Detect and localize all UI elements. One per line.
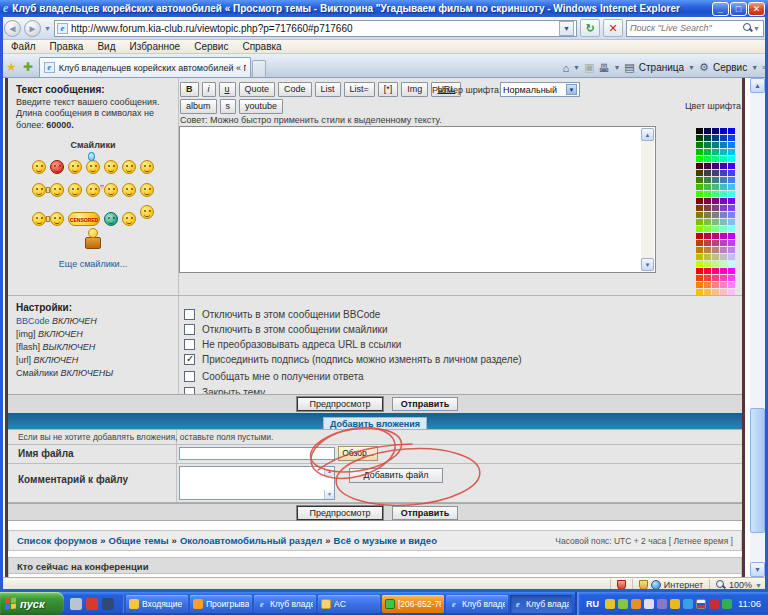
palette-color-#00FF80[interactable] (712, 156, 719, 162)
palette-color-#00FFBF[interactable] (720, 156, 727, 162)
comment-scroll-down-icon[interactable]: ▼ (324, 490, 334, 499)
search-dropdown-icon[interactable]: ▼ (753, 25, 760, 32)
submit-button[interactable]: Отправить (392, 397, 458, 411)
taskbar-button[interactable]: eКлуб влада... (510, 595, 572, 613)
palette-color-#408080[interactable] (712, 177, 719, 183)
drink-smiley-icon[interactable] (86, 183, 100, 197)
quick-launch-icon-2[interactable] (86, 598, 98, 610)
palette-color-#40BF40[interactable] (704, 184, 711, 190)
palette-color-#40FFFF[interactable] (728, 191, 735, 197)
palette-color-#80BFFF[interactable] (728, 219, 735, 225)
palette-color-#804080[interactable] (712, 205, 719, 211)
happy-smiley-icon[interactable] (50, 212, 64, 226)
palette-color-#FF8040[interactable] (704, 282, 711, 288)
palette-color-#BFFF40[interactable] (704, 261, 711, 267)
palette-color-#0080FF[interactable] (728, 142, 735, 148)
palette-color-#FF80FF[interactable] (728, 282, 735, 288)
back-button[interactable]: ◄ (4, 20, 21, 37)
stop-button[interactable]: ✕ (603, 19, 623, 37)
quick-launch-icon-1[interactable] (70, 598, 82, 610)
checkbox[interactable] (184, 371, 195, 382)
palette-color-#BFBF40[interactable] (704, 254, 711, 260)
palette-color-#800040[interactable] (704, 198, 711, 204)
palette-color-#BF40FF[interactable] (728, 240, 735, 246)
palette-color-#40BFBF[interactable] (720, 184, 727, 190)
palette-color-#FF8080[interactable] (712, 282, 719, 288)
sync-icon[interactable] (683, 599, 693, 609)
breadcrumb-link[interactable]: Общие темы (109, 535, 169, 546)
scroll-up-icon[interactable]: ▲ (641, 128, 654, 141)
page-scroll-down-icon[interactable]: ▼ (750, 562, 765, 577)
page-scroll-up-icon[interactable]: ▲ (750, 78, 765, 93)
palette-color-#BF4040[interactable] (704, 240, 711, 246)
palette-color-#80BF40[interactable] (704, 219, 711, 225)
icq-flower-icon[interactable] (618, 599, 628, 609)
palette-color-#BFBF80[interactable] (712, 254, 719, 260)
beer-smiley-icon[interactable] (32, 183, 46, 197)
palette-color-#80BF80[interactable] (712, 219, 719, 225)
palette-color-#804040[interactable] (704, 205, 711, 211)
palette-color-#404080[interactable] (712, 170, 719, 176)
taskbar-button[interactable]: eКлуб владе... (446, 595, 508, 613)
browse-button[interactable]: Обзор... (338, 446, 378, 461)
checkbox[interactable] (184, 324, 195, 335)
palette-color-#4080FF[interactable] (728, 177, 735, 183)
palette-color-#00BFBF[interactable] (720, 149, 727, 155)
sweat-smiley-icon[interactable] (104, 160, 118, 174)
palette-color-#BFBF00[interactable] (696, 254, 703, 260)
favorites-star-icon[interactable]: ★ (6, 60, 17, 74)
confused-smiley-icon[interactable] (122, 212, 136, 226)
quick-launch-icon-3[interactable] (102, 598, 114, 610)
page-menu[interactable]: Страница (639, 62, 684, 73)
search-box[interactable]: ▼ (626, 20, 764, 37)
palette-color-#FFBFFF[interactable] (728, 289, 735, 295)
checkbox[interactable] (184, 339, 195, 350)
bbcode-button-List=[interactable]: List= (344, 82, 375, 97)
forward-button[interactable]: ► (24, 20, 41, 37)
menu-item-Избранное[interactable]: Избранное (122, 41, 187, 52)
bbcode-button-youtube[interactable]: youtube (239, 99, 283, 114)
security-shield-icon[interactable] (639, 580, 648, 590)
palette-color-#BFFFBF[interactable] (720, 261, 727, 267)
taskbar-button[interactable]: Проигрыва... (190, 595, 252, 613)
palette-color-#8080BF[interactable] (720, 212, 727, 218)
palette-color-#00BF80[interactable] (712, 149, 719, 155)
menu-item-Сервис[interactable]: Сервис (187, 41, 235, 52)
palette-color-#4040BF[interactable] (720, 170, 727, 176)
palette-color-#FFBF80[interactable] (712, 289, 719, 295)
taskbar-button[interactable]: AC (318, 595, 380, 613)
wink2-smiley-icon[interactable] (140, 205, 154, 219)
menu-item-Правка[interactable]: Правка (43, 41, 91, 52)
pen-icon[interactable] (657, 599, 667, 609)
page-icon[interactable]: ▤ (624, 61, 634, 74)
palette-color-#000000[interactable] (696, 128, 703, 134)
palette-color-#400040[interactable] (704, 163, 711, 169)
more-smilies-link[interactable]: Еще смайлики... (16, 259, 170, 269)
notes-icon[interactable] (644, 599, 654, 609)
palette-color-#FFBFBF[interactable] (720, 289, 727, 295)
palette-color-#80FFFF[interactable] (728, 226, 735, 232)
palette-color-#40BF80[interactable] (712, 184, 719, 190)
bbcode-button-i[interactable]: i (202, 82, 216, 97)
palette-color-#400000[interactable] (696, 163, 703, 169)
palette-color-#400080[interactable] (712, 163, 719, 169)
palette-color-#800080[interactable] (712, 198, 719, 204)
palette-color-#FF8000[interactable] (696, 282, 703, 288)
palette-color-#0040FF[interactable] (728, 135, 735, 141)
palette-color-#BF8040[interactable] (704, 247, 711, 253)
palette-color-#4000FF[interactable] (728, 163, 735, 169)
start-button[interactable]: пуск (0, 592, 64, 615)
zoom-icon[interactable] (716, 580, 726, 590)
shock-smiley-icon[interactable] (50, 183, 64, 197)
palette-color-#808000[interactable] (696, 212, 703, 218)
palette-color-#004000[interactable] (696, 135, 703, 141)
palette-color-#00BF00[interactable] (696, 149, 703, 155)
close-button[interactable]: ✕ (748, 2, 765, 16)
palette-color-#40BFFF[interactable] (728, 184, 735, 190)
palette-color-#FF4040[interactable] (704, 275, 711, 281)
palette-color-#BF8000[interactable] (696, 247, 703, 253)
palette-color-#008000[interactable] (696, 142, 703, 148)
palette-color-#FF0040[interactable] (704, 268, 711, 274)
palette-color-#800000[interactable] (696, 198, 703, 204)
palette-color-#4040FF[interactable] (728, 170, 735, 176)
